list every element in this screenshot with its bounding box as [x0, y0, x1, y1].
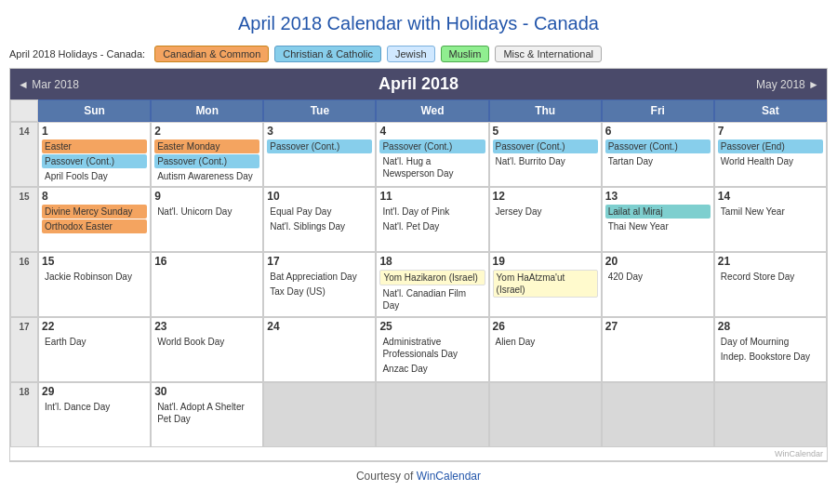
date-num: 27 [605, 320, 711, 333]
prev-month-button[interactable]: ◄ Mar 2018 [18, 78, 79, 91]
next-month-button[interactable]: May 2018 ► [756, 78, 819, 91]
cal-cell-4: 4Passover (Cont.)Nat'l. Hug a Newsperson… [376, 122, 488, 187]
event: World Health Day [718, 154, 823, 168]
calendar-header: ◄ Mar 2018 April 2018 May 2018 ► [10, 69, 827, 99]
event: Nat'l. Canadian Film Day [379, 286, 485, 312]
event: Nat'l. Burrito Day [493, 154, 598, 168]
cal-cell-17: 17Bat Appreciation DayTax Day (US) [263, 252, 376, 317]
event: Yom Hazikaron (Israel) [379, 270, 485, 285]
cal-cell-2: 2Easter MondayPassover (Cont.)Autism Awa… [151, 122, 263, 187]
event: Alien Day [493, 335, 598, 349]
event: Easter Monday [154, 139, 259, 153]
date-num: 6 [605, 125, 711, 138]
event: Thai New Year [605, 219, 711, 233]
cal-cell-23: 23World Book Day [151, 317, 263, 382]
cal-cell-28: 28Day of MourningIndep. Bookstore Day [714, 317, 827, 382]
legend-btn-canadian[interactable]: Canadian & Common [154, 46, 269, 62]
cal-cell-1: 1EasterPassover (Cont.)April Fools Day [38, 122, 151, 187]
calendar-wrapper: ◄ Mar 2018 April 2018 May 2018 ► Sun Mon… [9, 68, 828, 461]
legend-btn-christian[interactable]: Christian & Catholic [274, 46, 381, 62]
cal-cell-30: 30Nat'l. Adopt A Shelter Pet Day [151, 382, 263, 447]
event: Int'l. Day of Pink [379, 205, 485, 219]
event: Easter [42, 139, 147, 153]
courtesy-text: Courtesy of [356, 470, 417, 483]
day-header-fri: Fri [602, 99, 714, 122]
date-num: 7 [718, 125, 823, 138]
event: Passover (End) [718, 139, 823, 153]
day-header-tue: Tue [263, 99, 376, 122]
date-num: 19 [493, 255, 598, 268]
cal-cell-25: 25Administrative Professionals DayAnzac … [376, 317, 488, 382]
legend-btn-misc[interactable]: Misc & International [495, 46, 602, 62]
day-header-mon: Mon [151, 99, 263, 122]
cal-cell-9: 9Nat'l. Unicorn Day [151, 187, 263, 252]
legend-btn-jewish[interactable]: Jewish [387, 46, 435, 62]
cal-cell-10: 10Equal Pay DayNat'l. Siblings Day [263, 187, 376, 252]
courtesy-link[interactable]: WinCalendar [417, 470, 481, 483]
watermark: WinCalendar [10, 447, 827, 460]
event: Passover (Cont.) [379, 139, 485, 153]
legend-btn-muslim[interactable]: Muslim [441, 46, 490, 62]
cal-cell-6: 6Passover (Cont.)Tartan Day [602, 122, 714, 187]
day-header-sat: Sat [714, 99, 827, 122]
date-num: 12 [493, 190, 598, 203]
event: Nat'l. Siblings Day [267, 219, 372, 233]
event: Administrative Professionals Day [379, 335, 485, 361]
event: Passover (Cont.) [154, 154, 259, 168]
event: 420 Day [605, 270, 711, 284]
cal-cell-empty-4-6 [714, 382, 827, 447]
event: Yom HaAtzma'ut (Israel) [493, 270, 598, 298]
event: April Fools Day [42, 169, 147, 183]
date-num: 20 [605, 255, 711, 268]
day-header-wed: Wed [376, 99, 488, 122]
cal-cell-14: 14Tamil New Year [714, 187, 827, 252]
cal-cell-29: 29Int'l. Dance Day [38, 382, 151, 447]
date-num: 24 [267, 320, 372, 333]
event: Int'l. Dance Day [42, 400, 147, 414]
date-num: 1 [42, 125, 147, 138]
cal-cell-16: 16 [151, 252, 263, 317]
cal-cell-8: 8Divine Mercy SundayOrthodox Easter [38, 187, 151, 252]
event: Anzac Day [379, 362, 485, 376]
event: Equal Pay Day [267, 205, 372, 219]
day-header-sun: Sun [38, 99, 151, 122]
cal-cell-21: 21Record Store Day [714, 252, 827, 317]
cal-cell-7: 7Passover (End)World Health Day [714, 122, 827, 187]
date-num: 13 [605, 190, 711, 203]
date-num: 15 [42, 255, 147, 268]
cal-cell-13: 13Lailat al MirajThai New Year [602, 187, 714, 252]
cal-cell-3: 3Passover (Cont.) [263, 122, 376, 187]
cal-cell-empty-4-5 [602, 382, 714, 447]
event: Lailat al Miraj [605, 205, 711, 219]
event: Day of Mourning [718, 335, 823, 349]
event: Passover (Cont.) [493, 139, 598, 153]
date-num: 2 [154, 125, 259, 138]
date-num: 26 [493, 320, 598, 333]
cal-cell-empty-4-3 [376, 382, 488, 447]
event: Nat'l. Pet Day [379, 219, 485, 233]
date-num: 10 [267, 190, 372, 203]
date-num: 11 [379, 190, 485, 203]
date-num: 9 [154, 190, 259, 203]
calendar-title: April 2018 [379, 74, 458, 94]
event: Divine Mercy Sunday [42, 205, 147, 219]
event: Nat'l. Hug a Newsperson Day [379, 154, 485, 180]
event: Nat'l. Adopt A Shelter Pet Day [154, 400, 259, 426]
cal-cell-empty-4-4 [489, 382, 602, 447]
courtesy-bar: Courtesy of WinCalendar [9, 461, 828, 490]
legend-bar: April 2018 Holidays - Canada: Canadian &… [0, 42, 837, 68]
event: Earth Day [42, 335, 147, 349]
cal-cell-12: 12Jersey Day [489, 187, 602, 252]
event: Jersey Day [493, 205, 598, 219]
date-num: 8 [42, 190, 147, 203]
date-num: 22 [42, 320, 147, 333]
cal-cell-19: 19Yom HaAtzma'ut (Israel) [489, 252, 602, 317]
page-title: April 2018 Calendar with Holidays - Cana… [0, 0, 837, 42]
week-num-16: 16 [10, 252, 38, 317]
date-num: 25 [379, 320, 485, 333]
date-num: 17 [267, 255, 372, 268]
event: Passover (Cont.) [605, 139, 711, 153]
legend-label: April 2018 Holidays - Canada: [9, 48, 145, 60]
event: Tax Day (US) [267, 285, 372, 298]
event: Bat Appreciation Day [267, 270, 372, 284]
